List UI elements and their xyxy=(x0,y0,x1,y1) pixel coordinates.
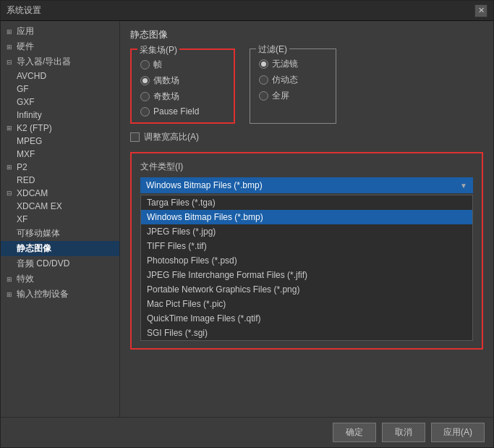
file-type-label: 文件类型(I) xyxy=(140,161,473,173)
capture-odd[interactable]: 奇数场 xyxy=(140,90,225,103)
sidebar-item-xdcam-ex[interactable]: XDCAM EX xyxy=(1,200,119,213)
capture-even[interactable]: 偶数场 xyxy=(140,75,225,87)
capture-pause-radio[interactable] xyxy=(140,107,150,117)
sidebar-item-p2[interactable]: ⊞ P2 xyxy=(1,161,119,174)
expand-icon: ⊞ xyxy=(7,43,17,51)
sidebar: ⊞ 应用 ⊞ 硬件 ⊟ 导入器/导出器 AVCHD GF GXF xyxy=(1,21,120,417)
filter-fullscreen-radio[interactable] xyxy=(259,91,268,101)
close-button[interactable]: ✕ xyxy=(474,4,487,17)
filter-fullscreen[interactable]: 全屏 xyxy=(259,90,327,102)
capture-frame-radio[interactable] xyxy=(140,60,150,69)
sidebar-item-xf[interactable]: XF xyxy=(1,213,119,226)
file-type-option-tif[interactable]: TIFF Files (*.tif) xyxy=(141,239,472,253)
filter-no-lens-radio[interactable] xyxy=(259,59,268,69)
panel-row-top: 采集场(P) 帧 偶数场 奇数场 xyxy=(130,48,483,124)
sidebar-item-infinity[interactable]: Infinity xyxy=(1,109,119,122)
adjust-ratio-checkbox[interactable] xyxy=(130,132,140,142)
capture-radio-group: 帧 偶数场 奇数场 Pause Field xyxy=(140,59,225,117)
filter-group-label: 过滤(E) xyxy=(256,43,289,56)
sidebar-item-still[interactable]: 静态图像 xyxy=(1,241,119,256)
filter-radio-group: 无滤镜 仿动态 全屏 xyxy=(259,58,327,102)
file-type-dropdown[interactable]: Windows Bitmap Files (*.bmp) ▼ xyxy=(140,177,473,193)
file-type-option-jpg[interactable]: JPEG Files (*.jpg) xyxy=(141,224,472,239)
file-type-option-tga[interactable]: Targa Files (*.tga) xyxy=(141,195,472,210)
expand-icon: ⊞ xyxy=(7,124,17,132)
bottom-bar: 确定 取消 应用(A) xyxy=(1,417,493,447)
capture-frame[interactable]: 帧 xyxy=(140,59,225,71)
confirm-button[interactable]: 确定 xyxy=(333,423,376,442)
file-type-list: Targa Files (*.tga) Windows Bitmap Files… xyxy=(140,195,473,341)
sidebar-item-red[interactable]: RED xyxy=(1,174,119,187)
sidebar-item-mxf[interactable]: MXF xyxy=(1,148,119,161)
sidebar-item-input[interactable]: ⊞ 输入控制设备 xyxy=(1,287,119,302)
sidebar-item-hardware[interactable]: ⊞ 硬件 xyxy=(1,39,119,54)
sidebar-item-mpeg[interactable]: MPEG xyxy=(1,135,119,148)
adjust-ratio-row[interactable]: 调整宽高比(A) xyxy=(130,131,483,143)
filter-pseudo[interactable]: 仿动态 xyxy=(259,74,327,86)
sidebar-item-special[interactable]: ⊞ 特效 xyxy=(1,271,119,287)
file-type-option-pic[interactable]: Mac Pict Files (*.pic) xyxy=(141,297,472,311)
adjust-ratio-label: 调整宽高比(A) xyxy=(144,131,199,143)
expand-icon: ⊟ xyxy=(7,190,17,197)
file-type-selected-text: Windows Bitmap Files (*.bmp) xyxy=(146,180,263,190)
sidebar-item-gxf[interactable]: GXF xyxy=(1,96,119,109)
expand-icon: ⊞ xyxy=(7,276,17,283)
content-panel: 静态图像 采集场(P) 帧 偶数场 xyxy=(120,21,493,417)
main-content: ⊞ 应用 ⊞ 硬件 ⊟ 导入器/导出器 AVCHD GF GXF xyxy=(1,21,493,417)
capture-even-radio[interactable] xyxy=(140,76,150,85)
sidebar-item-k2ftp[interactable]: ⊞ K2 (FTP) xyxy=(1,122,119,135)
filter-group-box: 过滤(E) 无滤镜 仿动态 全屏 xyxy=(250,48,336,124)
title-bar: 系统设置 ✕ xyxy=(1,1,493,21)
capture-group-label: 采集场(P) xyxy=(137,44,179,56)
expand-icon: ⊟ xyxy=(7,59,17,66)
expand-icon: ⊞ xyxy=(7,164,17,171)
file-type-option-qtif[interactable]: QuickTime Image Files (*.qtif) xyxy=(141,311,472,326)
sidebar-item-importer[interactable]: ⊟ 导入器/导出器 xyxy=(1,54,119,69)
sidebar-item-audio-cd[interactable]: 音频 CD/DVD xyxy=(1,256,119,271)
file-type-section: 文件类型(I) Windows Bitmap Files (*.bmp) ▼ T… xyxy=(130,152,483,350)
file-type-option-bmp[interactable]: Windows Bitmap Files (*.bmp) xyxy=(141,210,472,224)
expand-icon: ⊞ xyxy=(7,291,17,298)
dialog-title: 系统设置 xyxy=(7,4,41,17)
capture-odd-radio[interactable] xyxy=(140,92,150,101)
sidebar-item-avchd[interactable]: AVCHD xyxy=(1,69,119,83)
expand-icon: ⊞ xyxy=(7,28,17,35)
cancel-button[interactable]: 取消 xyxy=(382,423,425,442)
filter-no-lens[interactable]: 无滤镜 xyxy=(259,58,327,70)
dropdown-arrow-icon: ▼ xyxy=(460,182,467,190)
file-type-option-sgi[interactable]: SGI Files (*.sgi) xyxy=(141,326,472,340)
apply-button[interactable]: 应用(A) xyxy=(431,423,485,442)
sidebar-item-xdcam[interactable]: ⊟ XDCAM xyxy=(1,187,119,200)
file-type-option-jfif[interactable]: JPEG File Interchange Format Files (*.jf… xyxy=(141,268,472,282)
filter-pseudo-radio[interactable] xyxy=(259,75,268,85)
sidebar-item-gf[interactable]: GF xyxy=(1,83,119,96)
file-type-option-png[interactable]: Portable Network Graphics Files (*.png) xyxy=(141,282,472,297)
sidebar-item-app[interactable]: ⊞ 应用 xyxy=(1,24,119,39)
capture-pause[interactable]: Pause Field xyxy=(140,106,225,117)
section-title: 静态图像 xyxy=(130,28,483,41)
dialog: 系统设置 ✕ ⊞ 应用 ⊞ 硬件 ⊟ 导入器/导出器 AVCHD xyxy=(0,0,494,448)
capture-group-box: 采集场(P) 帧 偶数场 奇数场 xyxy=(130,48,235,124)
file-type-option-psd[interactable]: Photoshop Files (*.psd) xyxy=(141,253,472,268)
sidebar-item-portable[interactable]: 可移动媒体 xyxy=(1,226,119,241)
